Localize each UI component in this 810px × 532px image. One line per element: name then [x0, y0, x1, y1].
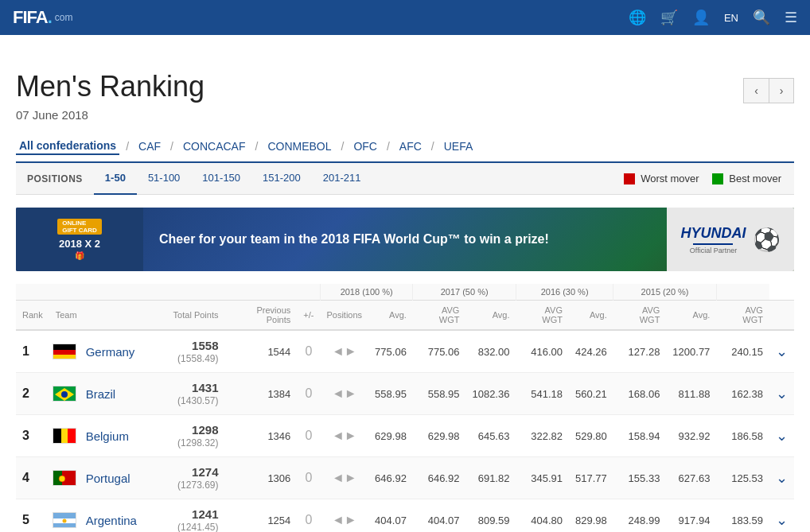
flag-br [53, 386, 76, 402]
team-link[interactable]: Argentina [86, 514, 137, 527]
positions-tab-1-50[interactable]: 1-50 [94, 163, 137, 195]
worst-mover-box [624, 173, 635, 184]
cart-icon[interactable]: 🛒 [660, 9, 678, 26]
expand-cell[interactable]: ⌄ [769, 499, 794, 533]
up-down-arrows: ◄► [332, 513, 357, 526]
avg-2018: 629.98 [368, 415, 413, 457]
avg-2017: 645.63 [465, 415, 516, 457]
expand-cell[interactable]: ⌄ [769, 415, 794, 457]
avgwgt-2015: 186.58 [716, 415, 769, 457]
total-points-value: 1431 [192, 381, 218, 394]
ranking-table: 2018 (100 %) 2017 (50 %) 2016 (30 %) 201… [16, 284, 794, 532]
positions-tab-101-150[interactable]: 101-150 [191, 163, 251, 195]
change-cell: 0 [297, 457, 320, 499]
rank-number: 2 [16, 373, 49, 415]
team-link[interactable]: Brazil [86, 387, 116, 401]
avgwgt-2018: 629.98 [413, 415, 466, 457]
avg-2017: 832.00 [465, 330, 516, 373]
confed-tab-all[interactable]: All confederations [16, 138, 119, 155]
banner-ad[interactable]: ONLINEGIFT CARD 2018 X 2 🎁 Cheer for you… [16, 208, 794, 271]
rank-number: 4 [16, 457, 49, 499]
confederation-tabs: All confederations / CAF / CONCACAF / CO… [16, 138, 794, 163]
expand-icon[interactable]: ⌄ [776, 344, 788, 359]
total-points-value: 1274 [192, 465, 218, 479]
col-avg-2015: Avg. [666, 301, 716, 331]
avg-2018: 404.07 [368, 499, 413, 533]
col-prev-points: Previous Points [224, 301, 297, 331]
year-2018-header: 2018 (100 %) [320, 284, 412, 301]
col-total-points: Total Points [143, 301, 225, 331]
position-arrows: ◄► [320, 373, 368, 415]
year-2016-header: 2016 (30 %) [516, 284, 613, 301]
change-cell: 0 [297, 499, 320, 533]
avg-2016: 517.77 [569, 457, 613, 499]
expand-icon[interactable]: ⌄ [776, 386, 788, 402]
team-link[interactable]: Portugal [86, 472, 130, 485]
expand-cell[interactable]: ⌄ [769, 373, 794, 415]
avgwgt-2017: 541.18 [516, 373, 569, 415]
team-link[interactable]: Germany [86, 345, 135, 359]
next-arrow-button[interactable]: › [769, 78, 794, 103]
confed-tab-afc[interactable]: AFC [396, 138, 425, 154]
change-cell: 0 [297, 330, 320, 373]
avg-2015: 1200.77 [666, 330, 716, 373]
total-points-sub: (1241.45) [177, 522, 218, 532]
best-mover-box [712, 173, 723, 184]
gift-card-subtext: 2018 X 2 [59, 238, 100, 250]
expand-icon[interactable]: ⌄ [776, 512, 788, 528]
table-row: 2 Brazil 1431 (1430.57) 1384 0 ◄► 558.95… [16, 373, 794, 415]
change-cell: 0 [297, 415, 320, 457]
svg-rect-6 [53, 429, 61, 444]
positions-tab-201-211[interactable]: 201-211 [312, 163, 372, 195]
banner-text: Cheer for your team in the 2018 FIFA Wor… [143, 231, 667, 248]
search-icon[interactable]: 🔍 [753, 9, 770, 26]
expand-cell[interactable]: ⌄ [769, 330, 794, 373]
prev-points-cell: 1306 [224, 457, 297, 499]
team-flag-cell [49, 415, 80, 457]
total-points-value: 1241 [192, 507, 218, 521]
position-arrows: ◄► [320, 457, 368, 499]
avg-2017: 1082.36 [465, 373, 516, 415]
confed-tab-conmebol[interactable]: CONMEBOL [264, 138, 334, 154]
avg-2018: 775.06 [368, 330, 413, 373]
team-name-cell: Argentina [80, 499, 143, 533]
team-name-cell: Brazil [80, 373, 143, 415]
col-avg-2017: Avg. [465, 301, 516, 331]
svg-rect-2 [53, 355, 76, 359]
confed-tab-concacaf[interactable]: CONCACAF [180, 138, 249, 154]
menu-icon[interactable]: ☰ [785, 9, 797, 26]
positions-label: POSITIONS [16, 173, 94, 184]
total-points-sub: (1298.32) [177, 437, 218, 449]
navbar-icons: 🌐 🛒 👤 EN 🔍 ☰ [629, 9, 797, 26]
positions-tab-151-200[interactable]: 151-200 [251, 163, 312, 195]
up-down-arrows: ◄► [332, 344, 357, 358]
avgwgt-2018: 404.07 [413, 499, 466, 533]
page-title: Men's Ranking [16, 70, 204, 103]
prev-points-cell: 1346 [224, 415, 297, 457]
expand-cell[interactable]: ⌄ [769, 457, 794, 499]
svg-point-11 [59, 476, 65, 482]
svg-rect-14 [53, 523, 76, 528]
total-points-value: 1558 [192, 339, 218, 352]
prev-arrow-button[interactable]: ‹ [743, 78, 769, 103]
avg-2015: 917.94 [666, 499, 716, 533]
language-selector[interactable]: EN [724, 12, 738, 24]
table-row: 3 Belgium 1298 (1298.32) 1346 0 ◄► 629.9… [16, 415, 794, 457]
team-link[interactable]: Belgium [86, 429, 129, 443]
confed-tab-ofc[interactable]: OFC [350, 138, 380, 154]
team-name-cell: Portugal [80, 457, 143, 499]
expand-icon[interactable]: ⌄ [776, 470, 788, 486]
sponsor-name: HYUNDAI [680, 225, 746, 242]
globe-icon[interactable]: 🌐 [629, 9, 646, 26]
positions-tab-51-100[interactable]: 51-100 [137, 163, 191, 195]
avgwgt-2018: 646.92 [413, 457, 466, 499]
mover-legend: Worst mover Best mover [624, 173, 794, 185]
team-flag-cell [49, 457, 80, 499]
col-avgwgt-2017: AVG WGT [516, 301, 569, 331]
expand-icon[interactable]: ⌄ [776, 428, 788, 444]
banner-headline: Cheer for your team in the 2018 FIFA Wor… [159, 231, 651, 248]
confed-tab-caf[interactable]: CAF [135, 138, 164, 154]
confed-tab-uefa[interactable]: UEFA [441, 138, 477, 154]
avgwgt-2015: 125.53 [716, 457, 769, 499]
user-icon[interactable]: 👤 [692, 9, 710, 26]
